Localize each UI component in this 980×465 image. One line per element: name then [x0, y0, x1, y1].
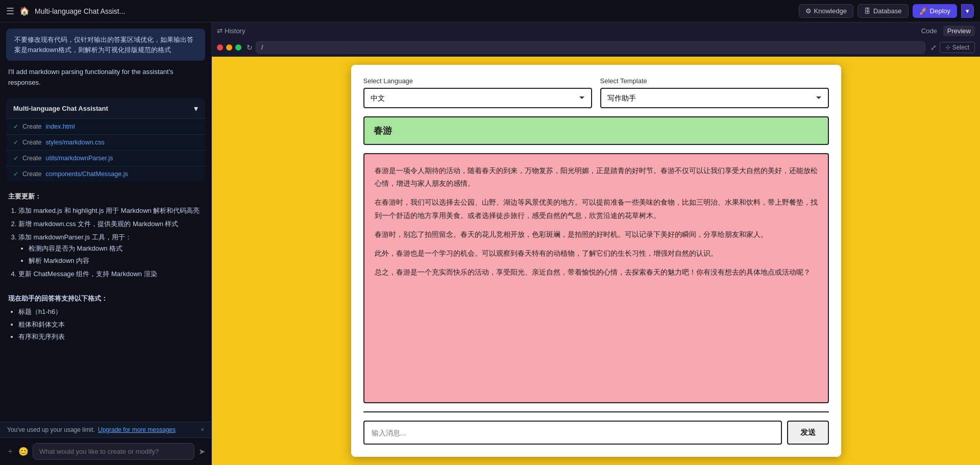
- format-item-2: 粗体和斜体文本: [18, 319, 203, 330]
- chat-input[interactable]: [33, 443, 194, 460]
- file-tree-title: Multi-language Chat Assistant: [13, 105, 108, 112]
- formats-title: 现在助手的回答将支持以下格式：: [8, 293, 203, 304]
- file-tree-item-1: ✓ Create index.html: [6, 118, 205, 134]
- template-selector-group: Select Template 写作助手翻译助手编程助手问答助手: [600, 77, 829, 108]
- file-tree-item-3: ✓ Create utils/markdownParser.js: [6, 150, 205, 166]
- language-label: Select Language: [363, 77, 592, 85]
- selectors-row: Select Language 中文English日本語한국어 Select T…: [363, 77, 829, 108]
- template-select[interactable]: 写作助手翻译助手编程助手问答助手: [600, 88, 829, 108]
- code-tab-button[interactable]: Code: [917, 26, 941, 36]
- file-tree-header[interactable]: Multi-language Chat Assistant ▾: [6, 99, 205, 118]
- chat-para-5: 总之，春游是一个充实而快乐的活动，享受阳光、亲近自然，带着愉悦的心情，去探索春天…: [375, 266, 818, 279]
- app-content: Select Language 中文English日本語한국어 Select T…: [212, 57, 980, 465]
- language-selector-group: Select Language 中文English日本語한국어: [363, 77, 592, 108]
- maximize-traffic-light[interactable]: [235, 44, 241, 51]
- top-bar-right: ⚙ Knowledge 🗄 Database 🚀 Deploy ▾: [799, 4, 974, 18]
- updates-section: 主要更新： 添加 marked.js 和 highlight.js 用于 Mar…: [0, 186, 211, 352]
- deploy-dropdown-button[interactable]: ▾: [961, 4, 974, 18]
- file-link-4[interactable]: components/ChatMessage.js: [46, 170, 128, 178]
- chat-messages-area: 春游是一项令人期待的活动，随着春天的到来，万物复苏，阳光明媚，正是踏青的好时节。…: [363, 153, 829, 403]
- history-icon: ⇄: [217, 27, 223, 35]
- upgrade-link[interactable]: Upgrade for more messages: [98, 426, 176, 433]
- refresh-button[interactable]: ↻: [247, 43, 253, 52]
- file-tree-section: Multi-language Chat Assistant ▾ ✓ Create…: [6, 99, 205, 182]
- check-icon-2: ✓: [13, 139, 18, 146]
- create-label-4: Create: [22, 170, 42, 178]
- send-icon-button[interactable]: ➤: [199, 447, 205, 456]
- deploy-icon: 🚀: [919, 7, 927, 15]
- chevron-down-icon: ▾: [194, 104, 198, 113]
- minimize-traffic-light[interactable]: [226, 44, 232, 51]
- chat-input-row: 发送: [363, 411, 829, 445]
- language-select[interactable]: 中文English日本語한국어: [363, 88, 592, 108]
- sub-item-1: 检测内容是否为 Markdown 格式: [29, 243, 203, 254]
- code-preview-tabs: Code Preview: [917, 26, 975, 36]
- file-tree-item-2: ✓ Create styles/markdown.css: [6, 134, 205, 150]
- update-item-1: 添加 marked.js 和 highlight.js 用于 Markdown …: [18, 205, 203, 216]
- cursor-icon: ⊹: [945, 44, 950, 51]
- file-link-2[interactable]: styles/markdown.css: [46, 139, 105, 146]
- check-icon-4: ✓: [13, 170, 18, 178]
- chat-title: 春游: [363, 116, 829, 145]
- app-title: Multi-language Chat Assist...: [35, 7, 125, 15]
- usage-bar: You've used up your usage limit. Upgrade…: [0, 422, 211, 437]
- message-input[interactable]: [363, 421, 782, 445]
- chat-input-icons: ＋ 😊: [6, 446, 29, 457]
- top-bar: ☰ 🏠 Multi-language Chat Assist... ⚙ Know…: [0, 0, 980, 22]
- file-link-1[interactable]: index.html: [46, 123, 75, 130]
- assistant-message: I'll add markdown parsing functionality …: [0, 61, 211, 94]
- chat-para-1: 春游是一项令人期待的活动，随着春天的到来，万物复苏，阳光明媚，正是踏青的好时节。…: [375, 164, 818, 190]
- gear-icon: ⚙: [805, 7, 812, 15]
- file-tree-item-4: ✓ Create components/ChatMessage.js: [6, 166, 205, 182]
- right-panel: ⇄ History Code Preview ↻ ⤢ ⊹ Select: [212, 22, 980, 465]
- emoji-icon-button[interactable]: 😊: [18, 446, 29, 457]
- send-button[interactable]: 发送: [787, 421, 829, 445]
- url-bar[interactable]: [256, 41, 925, 54]
- top-bar-left: ☰ 🏠 Multi-language Chat Assist...: [6, 6, 125, 17]
- user-message: 不要修改现有代码，仅针对输出的答案区域优化，如果输出答案是markdown格式，…: [6, 29, 205, 61]
- select-button[interactable]: ⊹ Select: [940, 42, 975, 53]
- browser-controls: ↻ ⤢ ⊹ Select: [212, 39, 980, 57]
- database-label: Database: [873, 7, 902, 15]
- chat-para-4: 此外，春游也是一个学习的机会。可以观察到春天特有的动植物，了解它们的生长习性，增…: [375, 247, 818, 260]
- main-layout: 不要修改现有代码，仅针对输出的答案区域优化，如果输出答案是markdown格式，…: [0, 22, 980, 465]
- database-button[interactable]: 🗄 Database: [857, 4, 909, 18]
- chat-para-3: 春游时，别忘了拍照留念。春天的花儿竞相开放，色彩斑斓，是拍照的好时机。可以记录下…: [375, 228, 818, 241]
- browser-actions: ⤢ ⊹ Select: [930, 42, 975, 53]
- home-icon: 🏠: [19, 6, 30, 16]
- sidebar-toggle-button[interactable]: ☰: [6, 6, 14, 17]
- select-label: Select: [952, 44, 969, 51]
- preview-tab-button[interactable]: Preview: [943, 26, 975, 36]
- file-link-3[interactable]: utils/markdownParser.js: [46, 155, 113, 162]
- template-label: Select Template: [600, 77, 829, 85]
- update-item-4: 更新 ChatMessage 组件，支持 Markdown 渲染: [18, 268, 203, 280]
- database-icon: 🗄: [864, 7, 871, 15]
- add-icon-button[interactable]: ＋: [6, 446, 14, 457]
- updates-title: 主要更新：: [8, 191, 203, 202]
- knowledge-label: Knowledge: [814, 7, 847, 15]
- create-label-3: Create: [22, 155, 42, 162]
- usage-message: You've used up your usage limit.: [7, 426, 95, 433]
- check-icon-3: ✓: [13, 155, 18, 162]
- chat-para-2: 在春游时，我们可以选择去公园、山野、湖边等风景优美的地方。可以提前准备一些美味的…: [375, 196, 818, 222]
- deploy-button[interactable]: 🚀 Deploy: [913, 4, 957, 18]
- knowledge-button[interactable]: ⚙ Knowledge: [799, 4, 853, 18]
- format-item-1: 标题（h1-h6）: [18, 306, 203, 317]
- left-panel: 不要修改现有代码，仅针对输出的答案区域优化，如果输出答案是markdown格式，…: [0, 22, 212, 465]
- update-item-3: 添加 markdownParser.js 工具，用于： 检测内容是否为 Mark…: [18, 232, 203, 266]
- sub-item-2: 解析 Markdown 内容: [29, 255, 203, 266]
- chat-app: Select Language 中文English日本語한국어 Select T…: [351, 65, 841, 457]
- update-item-2: 新增 markdown.css 文件，提供美观的 Markdown 样式: [18, 218, 203, 230]
- create-label-1: Create: [22, 123, 42, 130]
- close-traffic-light[interactable]: [217, 44, 223, 51]
- expand-button[interactable]: ⤢: [930, 43, 937, 52]
- create-label-2: Create: [22, 139, 42, 146]
- history-label: ⇄ History: [217, 27, 245, 35]
- check-icon-1: ✓: [13, 123, 18, 130]
- format-item-3: 有序和无序列表: [18, 331, 203, 342]
- usage-close-button[interactable]: ×: [201, 426, 204, 433]
- chat-input-area: ＋ 😊 ➤: [0, 437, 211, 465]
- browser-tab-bar: ⇄ History Code Preview: [212, 22, 980, 39]
- deploy-label: Deploy: [930, 7, 950, 15]
